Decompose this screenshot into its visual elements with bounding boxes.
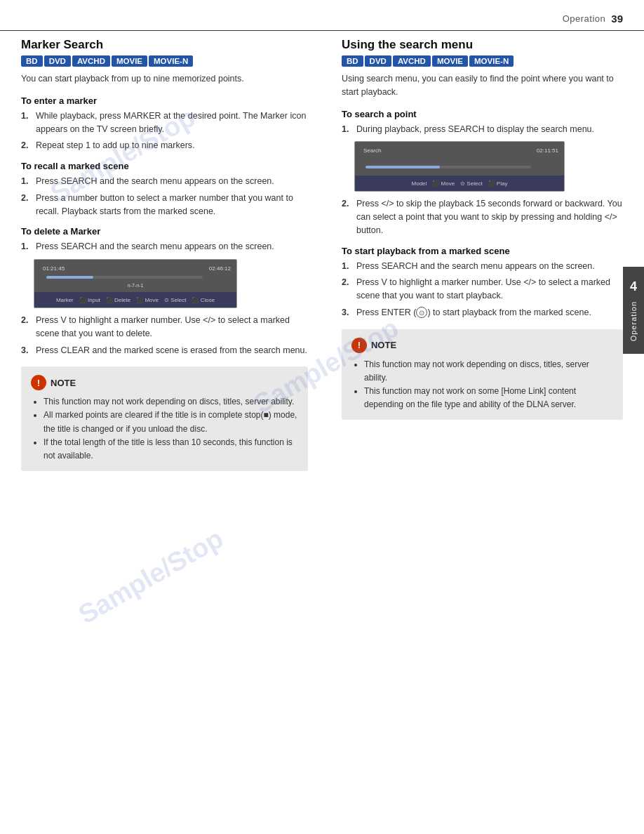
right-column: Using the search menu BD DVD AVCHD MOVIE… (322, 38, 623, 471)
left-column: Marker Search BD DVD AVCHD MOVIE MOVIE-N… (21, 38, 322, 471)
right-screenshot-timeline (365, 166, 531, 168)
right-note-title: NOTE (371, 340, 396, 350)
right-bar-select: ⊙ Select (460, 180, 482, 187)
right-note-header: ! NOTE (351, 338, 613, 353)
start-playback-step-1: 1. Press SEARCH and the search menu appe… (342, 260, 623, 273)
right-note-item-1: This function may not work depending on … (364, 358, 613, 385)
left-note-item-2: All marked points are cleared if the tit… (43, 409, 298, 435)
delete-marker-step-2: 2. Press V to highlight a marker number.… (21, 314, 308, 340)
search-point-step-2: 2. Press </> to skip the playback 15 sec… (342, 197, 623, 237)
delete-marker-list: 1. Press SEARCH and the search menu appe… (21, 240, 308, 253)
right-badge-movien: MOVIE-N (469, 55, 514, 67)
screenshot-time-text: 02:46:12 (209, 265, 231, 272)
right-badge-bd: BD (342, 55, 363, 67)
right-screenshot-bar: Model ⬛ Move ⊙ Select ⬛ Play (355, 176, 564, 191)
chapter-label: Operation (629, 301, 638, 341)
start-playback-step-3: 3. Press ENTER (⊙) to start playback fro… (342, 306, 623, 319)
chapter-number: 4 (630, 279, 637, 294)
subheading-start-playback: To start playback from a marked scene (342, 246, 623, 256)
right-bar-move: ⬛ Move (432, 180, 455, 187)
delete-marker-step-3: 3. Press CLEAR and the marked scene is e… (21, 344, 308, 357)
right-note-box: ! NOTE This function may not work depend… (342, 329, 623, 421)
bar-text-close: ⬛ Close (192, 297, 215, 303)
right-bar-model: Model (412, 180, 427, 187)
right-note-item-2: This function may not work on some [Home… (364, 385, 613, 411)
left-screenshot: 01:21:45 02:46:12 n-7-n-1 Marker ⬛ Input… (34, 259, 237, 308)
left-note-item-1: This function may not work depending on … (43, 395, 298, 409)
start-playback-list: 1. Press SEARCH and the search menu appe… (342, 260, 623, 319)
right-badge-movie: MOVIE (432, 55, 468, 67)
badge-movien: MOVIE-N (149, 55, 193, 67)
right-badge-avchd: AVCHD (393, 55, 431, 67)
subheading-recall-marker: To recall a marked scene (21, 161, 308, 171)
subheading-delete-marker: To delete a Marker (21, 226, 308, 237)
right-section-title: Using the search menu (342, 38, 623, 52)
right-screenshot-progress (365, 166, 440, 168)
main-content: Marker Search BD DVD AVCHD MOVIE MOVIE-N… (0, 31, 644, 478)
right-screenshot-time: 02:11:51 (537, 147, 558, 154)
badge-movie: MOVIE (112, 55, 147, 67)
left-note-title: NOTE (51, 378, 76, 388)
right-format-badges: BD DVD AVCHD MOVIE MOVIE-N (342, 55, 623, 67)
section-label: Operation (563, 13, 606, 24)
right-bar-play: ⬛ Play (488, 180, 508, 187)
subheading-search-point: To search a point (342, 109, 623, 119)
enter-marker-list: 1. While playback, press MARKER at the d… (21, 110, 308, 152)
left-note-header: ! NOTE (31, 375, 298, 390)
right-badge-dvd: DVD (365, 55, 391, 67)
screenshot-title-text: 01:21:45 (43, 265, 65, 272)
recall-marker-step-2: 2. Press a number button to select a mar… (21, 192, 308, 218)
delete-marker-steps-2-3: 2. Press V to highlight a marker number.… (21, 314, 308, 357)
search-point-step-2-list: 2. Press </> to skip the playback 15 sec… (342, 197, 623, 237)
page-container: Sample/Stop Sample/Stop Sample/Stop Oper… (0, 0, 644, 834)
screenshot-bar: Marker ⬛ Input ⬛ Delete ⬛ Move ⊙ Select … (34, 292, 236, 307)
left-section-title: Marker Search (21, 38, 308, 52)
enter-marker-step-2: 2. Repeat step 1 to add up to nine marke… (21, 139, 308, 152)
left-note-list: This function may not work depending on … (31, 395, 298, 463)
left-section-desc: You can start playback from up to nine m… (21, 72, 308, 86)
badge-bd: BD (21, 55, 43, 67)
bar-text-marker: Marker (56, 297, 74, 303)
badge-avchd: AVCHD (72, 55, 110, 67)
bar-text-input: ⬛ Input (79, 297, 100, 303)
search-point-list: 1. During playback, press SEARCH to disp… (342, 123, 623, 136)
bar-text-select: ⊙ Select (164, 297, 186, 303)
left-format-badges: BD DVD AVCHD MOVIE MOVIE-N (21, 55, 308, 67)
subheading-enter-marker: To enter a marker (21, 95, 308, 106)
recall-marker-list: 1. Press SEARCH and the search menu appe… (21, 175, 308, 218)
right-screenshot-title: Search (363, 147, 381, 154)
start-playback-step-2: 2. Press V to highlight a marker number.… (342, 276, 623, 303)
badge-dvd: DVD (44, 55, 71, 67)
screenshot-progress (46, 276, 93, 279)
page-header: Operation 39 (0, 0, 644, 31)
enter-circle-icon: ⊙ (416, 307, 427, 318)
recall-marker-step-1: 1. Press SEARCH and the search menu appe… (21, 175, 308, 188)
chapter-tab: 4 Operation (623, 267, 644, 354)
bar-text-delete: ⬛ Delete (106, 297, 130, 303)
right-note-icon: ! (351, 338, 367, 353)
left-note-icon: ! (31, 375, 46, 390)
delete-marker-step-1: 1. Press SEARCH and the search menu appe… (21, 240, 308, 253)
search-point-step-1: 1. During playback, press SEARCH to disp… (342, 123, 623, 136)
left-note-box: ! NOTE This function may not work depend… (21, 366, 308, 471)
right-section-desc: Using search menu, you can easily to fin… (342, 72, 623, 99)
watermark-text3: Sample/Stop (74, 523, 229, 630)
bar-text-move: ⬛ Move (136, 297, 159, 303)
right-screenshot: Search 02:11:51 Model ⬛ Move ⊙ Select ⬛ … (354, 141, 565, 192)
enter-marker-step-1: 1. While playback, press MARKER at the d… (21, 110, 308, 136)
left-note-item-3: If the total length of the title is less… (43, 436, 298, 463)
page-number: 39 (611, 13, 623, 25)
right-note-list: This function may not work depending on … (351, 358, 613, 412)
screenshot-timeline (46, 276, 203, 279)
